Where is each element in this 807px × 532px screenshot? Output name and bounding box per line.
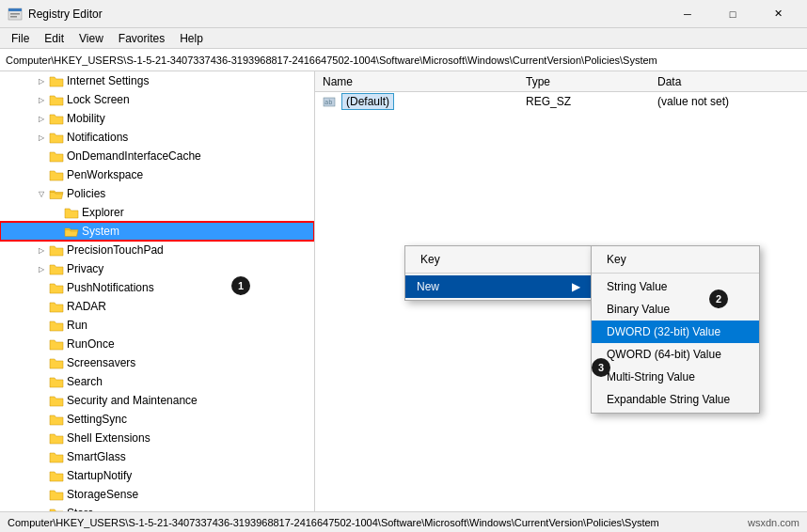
tree-label: PushNotifications [67,281,154,294]
submenu-item-binary[interactable]: Binary Value [592,298,759,321]
tree-label: StorageSense [67,488,138,501]
close-button[interactable]: ✕ [756,0,799,28]
svg-rect-1 [8,8,22,11]
tree-item-startupnotify[interactable]: ▷ StartupNotify [0,466,314,485]
ctx-item-new[interactable]: New ▶ [405,275,592,298]
tree-label: Mobility [67,112,105,125]
menu-favorites[interactable]: Favorites [111,30,172,47]
title-bar: Registry Editor ─ □ ✕ [0,0,807,28]
folder-open-icon [49,187,64,200]
folder-icon [49,319,64,332]
tree-item-system[interactable]: ▷ System [0,222,314,241]
tree-item-explorer[interactable]: ▷ Explorer [0,203,314,222]
tree-item-penworkspace[interactable]: ▷ PenWorkspace [0,165,314,184]
submenu-item-qword[interactable]: QWORD (64-bit) Value [592,343,759,366]
tree-label: SettingSync [67,413,127,426]
tree-item-precisiontouchpad[interactable]: ▷ PrecisionTouchPad [0,241,314,259]
folder-icon [49,131,64,144]
tree-item-search[interactable]: ▷ Search [0,372,314,391]
address-path[interactable]: Computer\HKEY_USERS\S-1-5-21-3407337436-… [6,55,801,66]
tree-item-settingsync[interactable]: ▷ SettingSync [0,410,314,429]
tree-item-smartglass[interactable]: ▷ SmartGlass [0,447,314,466]
svg-text:ab: ab [324,99,332,106]
tree-item-runonce[interactable]: ▷ RunOnce [0,335,314,353]
expand-icon: ▷ [34,261,49,276]
folder-icon [64,206,79,219]
tree-label: PrecisionTouchPad [67,243,164,257]
tree-item-ondemand[interactable]: ▷ OnDemandInterfaceCache [0,147,314,165]
tree-item-radar[interactable]: ▷ RADAR [0,297,314,316]
tree-label: Internet Settings [67,74,149,87]
submenu-item-expandable[interactable]: Expandable String Value [592,388,759,411]
badge-2: 2 [709,289,728,308]
tree-item-store[interactable]: ▷ Store [0,504,314,511]
table-header: Name Type Data [315,71,807,92]
minimize-button[interactable]: ─ [666,0,709,28]
tree-item-shellext[interactable]: ▷ Shell Extensions [0,429,314,447]
tree-label: StartupNotify [67,469,132,482]
submenu-item-key[interactable]: Key [592,248,759,271]
tree-item-storagesense[interactable]: ▷ StorageSense [0,485,314,504]
tree-item-notifications[interactable]: ▷ Notifications [0,128,314,147]
tree-label: SmartGlass [67,450,126,463]
table-row-default[interactable]: ab (Default) REG_SZ (value not set) [315,92,807,111]
tree-item-security[interactable]: ▷ Security and Maintenance [0,391,314,410]
menu-view[interactable]: View [71,30,111,47]
badge-3: 3 [592,358,610,377]
folder-icon [49,375,64,388]
folder-icon [49,488,64,501]
submenu-item-dword[interactable]: DWORD (32-bit) Value [592,321,759,343]
col-header-type: Type [526,75,657,88]
tree-item-policies[interactable]: ▽ Policies [0,184,314,203]
folder-icon [49,93,64,106]
folder-icon [49,243,64,257]
expand-icon: ▷ [34,73,49,88]
menu-help[interactable]: Help [172,30,211,47]
tree-label: Shell Extensions [67,431,150,445]
folder-icon [49,281,64,294]
window-title: Registry Editor [28,8,666,21]
row-type: REG_SZ [526,95,657,108]
ctx-item-key[interactable]: Key [405,248,592,271]
folder-icon [49,262,64,275]
menu-file[interactable]: File [4,30,37,47]
col-header-name: Name [319,75,526,88]
submenu: Key String Value Binary Value DWORD (32-… [591,245,760,414]
menu-edit[interactable]: Edit [37,30,71,47]
maximize-button[interactable]: □ [711,0,754,28]
ctx-new-arrow: ▶ [572,280,580,293]
menu-bar: File Edit View Favorites Help [0,28,807,49]
tree-item-pushnotifications[interactable]: ▷ PushNotifications [0,278,314,297]
ctx-new-label: New [417,280,439,293]
tree-label: PenWorkspace [67,168,143,181]
ctx-divider [405,273,592,274]
folder-icon [49,74,64,87]
submenu-item-string[interactable]: String Value [592,275,759,298]
folder-icon [49,450,64,463]
tree-item-screensavers[interactable]: ▷ Screensavers [0,353,314,372]
tree-item-internet-settings[interactable]: ▷ Internet Settings [0,71,314,90]
tree-item-privacy[interactable]: ▷ Privacy [0,259,314,278]
expand-icon: ▷ [34,243,49,258]
tree-label: Security and Maintenance [67,394,198,407]
tree-item-lock-screen[interactable]: ▷ Lock Screen [0,90,314,109]
default-value-label: (Default) [341,93,394,110]
main-content: ▷ Internet Settings ▷ Lock Screen ▷ Mobi… [0,71,807,511]
svg-rect-3 [10,16,17,18]
folder-open-icon [64,225,79,238]
folder-icon [49,431,64,445]
window-controls: ─ □ ✕ [666,0,799,28]
tree-label: RADAR [67,300,106,313]
folder-icon [49,168,64,181]
tree-label: Privacy [67,262,103,275]
tree-panel[interactable]: ▷ Internet Settings ▷ Lock Screen ▷ Mobi… [0,71,315,511]
folder-icon [49,469,64,482]
submenu-item-multistring[interactable]: Multi-String Value [592,366,759,388]
expand-icon: ▽ [34,186,49,201]
tree-item-mobility[interactable]: ▷ Mobility [0,109,314,128]
folder-icon [49,300,64,313]
folder-icon [49,149,64,163]
tree-item-run[interactable]: ▷ Run [0,316,314,335]
tree-label: OnDemandInterfaceCache [67,149,201,163]
registry-value-icon: ab [323,95,338,108]
